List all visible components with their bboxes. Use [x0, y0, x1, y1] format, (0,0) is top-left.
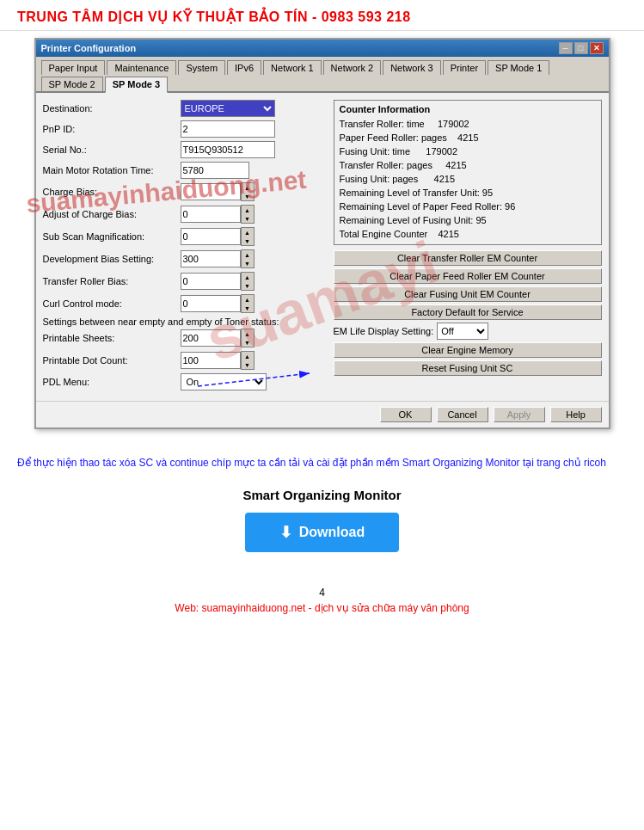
destination-row: Destination: EUROPE [43, 100, 327, 117]
close-button[interactable]: ✕ [590, 42, 604, 54]
clear-transfer-button[interactable]: Clear Transfer Roller EM Counter [334, 250, 602, 266]
subscan-input[interactable] [181, 228, 241, 245]
clear-engine-button[interactable]: Clear Engine Memory [334, 342, 602, 358]
counter-row-7: Remaining Level of Paper Feed Roller: 96 [340, 200, 596, 213]
pdl-row: PDL Menu: On Off [43, 373, 327, 390]
subscan-spin-down[interactable]: ▼ [242, 237, 254, 245]
download-button-label: Download [299, 525, 365, 540]
subscan-spin: ▲ ▼ [181, 227, 255, 246]
adjust-input[interactable] [181, 206, 241, 223]
pnp-row: PnP ID: [43, 120, 327, 138]
main-motor-input[interactable] [181, 162, 249, 179]
curl-spin-arrows: ▲ ▼ [241, 294, 255, 313]
page-header: TRUNG TÂM DỊCH VỤ KỸ THUẬT BẢO TÍN - 098… [0, 0, 644, 31]
transfer-roller-spin: ▲ ▼ [181, 272, 255, 291]
tab-ipv6[interactable]: IPv6 [227, 60, 261, 75]
adjust-spin-arrows: ▲ ▼ [241, 205, 255, 224]
tab-maintenance[interactable]: Maintenance [107, 60, 176, 75]
apply-button[interactable]: Apply [494, 407, 545, 422]
tab-sp-mode1[interactable]: SP Mode 1 [488, 60, 549, 75]
dialog-title: Printer Configuration [41, 43, 137, 53]
subscan-spin-up[interactable]: ▲ [242, 228, 254, 237]
subscan-label: Sub Scan Magnification: [43, 231, 181, 242]
tabs-bar: Paper Input Maintenance System IPv6 Netw… [36, 57, 609, 93]
printable-sheets-up[interactable]: ▲ [242, 329, 254, 338]
ok-button[interactable]: OK [380, 407, 432, 422]
download-button[interactable]: ⬇ Download [245, 513, 399, 552]
tab-network1[interactable]: Network 1 [263, 60, 322, 75]
counter-row-5: Fusing Unit: pages 4215 [340, 172, 596, 186]
cancel-button[interactable]: Cancel [437, 407, 488, 422]
serial-label: Serial No.: [43, 144, 181, 155]
footer-web: Web: suamayinhaiduong.net - dịch vụ sửa … [17, 602, 627, 614]
em-life-label: EM Life Display Setting: [334, 326, 434, 336]
page-footer: 4 Web: suamayinhaiduong.net - dịch vụ sử… [0, 561, 644, 623]
dev-bias-row: Development Bias Setting: ▲ ▼ [43, 249, 327, 268]
transfer-roller-spin-arrows: ▲ ▼ [241, 272, 255, 291]
curl-spin: ▲ ▼ [181, 294, 255, 313]
tab-sp-mode2[interactable]: SP Mode 2 [41, 77, 103, 91]
tab-paper-input[interactable]: Paper Input [41, 60, 106, 75]
left-panel: Destination: EUROPE PnP ID: Serial No.: … [43, 100, 327, 394]
charge-spin-up[interactable]: ▲ [242, 183, 254, 192]
serial-input[interactable] [181, 141, 275, 158]
dev-bias-input[interactable] [181, 250, 241, 267]
curl-spin-down[interactable]: ▼ [242, 304, 254, 312]
clear-fusing-button[interactable]: Clear Fusing Unit EM Counter [334, 286, 602, 302]
adjust-spin-up[interactable]: ▲ [242, 206, 254, 214]
counter-row-2: Paper Feed Roller: pages 4215 [340, 131, 596, 144]
pnp-label: PnP ID: [43, 124, 181, 134]
dialog-titlebar: Printer Configuration ─ □ ✕ [36, 40, 609, 57]
page-title: TRUNG TÂM DỊCH VỤ KỸ THUẬT BẢO TÍN - 098… [17, 9, 627, 25]
tab-network3[interactable]: Network 3 [383, 60, 441, 75]
charge-spin-down[interactable]: ▼ [242, 192, 254, 200]
reset-fusing-button[interactable]: Reset Fusing Unit SC [334, 360, 602, 376]
tab-printer[interactable]: Printer [443, 60, 486, 75]
arrow-annotation [189, 356, 361, 399]
dev-bias-spin-up[interactable]: ▲ [242, 250, 254, 259]
help-button[interactable]: Help [550, 407, 602, 422]
pnp-input[interactable] [181, 120, 275, 138]
counter-group: Counter Information Transfer Roller: tim… [334, 100, 602, 245]
counter-row-1: Transfer Roller: time 179002 [340, 117, 596, 131]
curl-row: Curl Control mode: ▲ ▼ [43, 294, 327, 313]
counter-row-3: Fusing Unit: time 179002 [340, 144, 596, 158]
curl-input[interactable] [181, 295, 241, 312]
charge-row: Charge Bias: ▲ ▼ [43, 182, 327, 201]
transfer-roller-spin-down[interactable]: ▼ [242, 281, 254, 290]
adjust-label: Adjust of Charge Bias: [43, 209, 181, 219]
download-icon: ⬇ [279, 523, 292, 542]
transfer-roller-row: Transfer Roller Bias: ▲ ▼ [43, 272, 327, 291]
transfer-roller-spin-up[interactable]: ▲ [242, 273, 254, 281]
charge-input[interactable] [181, 183, 241, 200]
charge-spin-arrows: ▲ ▼ [241, 182, 255, 201]
tab-sp-mode3[interactable]: SP Mode 3 [105, 77, 168, 93]
charge-spin: ▲ ▼ [181, 182, 255, 201]
printable-sheets-row: Printable Sheets: ▲ ▼ [43, 329, 327, 347]
counter-row-9: Total Engine Counter 4215 [340, 227, 596, 241]
transfer-roller-input[interactable] [181, 273, 241, 290]
printable-sheets-input[interactable] [181, 329, 241, 347]
dev-bias-spin-down[interactable]: ▼ [242, 259, 254, 267]
printable-sheets-spin-arrows: ▲ ▼ [241, 329, 255, 347]
clear-paper-button[interactable]: Clear Paper Feed Roller EM Counter [334, 268, 602, 284]
factory-default-button[interactable]: Factory Default for Service [334, 304, 602, 320]
tab-network2[interactable]: Network 2 [323, 60, 382, 75]
serial-row: Serial No.: [43, 141, 327, 158]
destination-select[interactable]: EUROPE [181, 100, 275, 117]
minimize-button[interactable]: ─ [559, 42, 573, 54]
instruction-content: Để thực hiện thao tác xóa SC và continue… [17, 457, 606, 469]
download-section-title: Smart Organizing Monitor [17, 488, 627, 502]
printer-config-dialog: Printer Configuration ─ □ ✕ Paper Input … [34, 38, 610, 429]
counter-row-4: Transfer Roller: pages 4215 [340, 158, 596, 172]
counter-row-6: Remaining Level of Transfer Unit: 95 [340, 186, 596, 200]
charge-label: Charge Bias: [43, 187, 181, 197]
printable-sheets-label: Printable Sheets: [43, 333, 181, 343]
adjust-row: Adjust of Charge Bias: ▲ ▼ [43, 205, 327, 224]
maximize-button[interactable]: □ [574, 42, 588, 54]
adjust-spin-down[interactable]: ▼ [242, 214, 254, 223]
curl-spin-up[interactable]: ▲ [242, 295, 254, 304]
em-life-select[interactable]: Off On [437, 323, 488, 340]
tab-system[interactable]: System [178, 60, 225, 75]
printable-sheets-down[interactable]: ▼ [242, 338, 254, 347]
